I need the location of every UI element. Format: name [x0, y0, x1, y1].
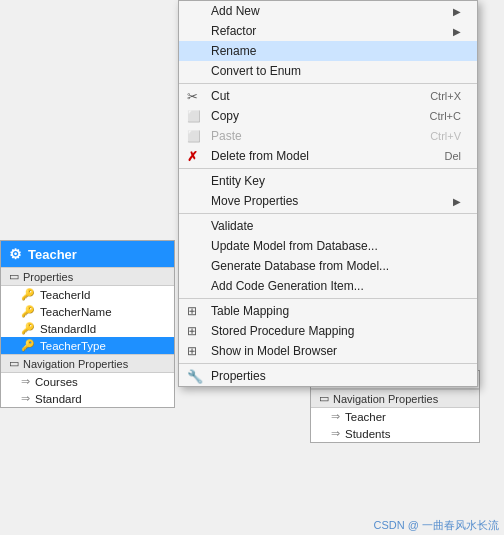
- menu-stored-proc[interactable]: ⊞ Stored Procedure Mapping: [179, 321, 477, 341]
- menu-properties[interactable]: 🔧 Properties: [179, 366, 477, 386]
- collapse-icon: ▭: [9, 357, 19, 370]
- prop-teacher-type[interactable]: 🔑 TeacherType: [1, 337, 174, 354]
- menu-delete-from-model[interactable]: ✗ Delete from Model Del: [179, 146, 477, 166]
- key-icon: 🔑: [21, 305, 35, 318]
- menu-paste[interactable]: ⬜ Paste Ctrl+V: [179, 126, 477, 146]
- menu-convert-to-enum[interactable]: Convert to Enum: [179, 61, 477, 81]
- menu-add-code-gen[interactable]: Add Code Generation Item...: [179, 276, 477, 296]
- key-icon: 🔑: [21, 288, 35, 301]
- cut-icon: ✂: [187, 89, 198, 104]
- context-menu: Add New ▶ Refactor ▶ Rename Convert to E…: [178, 0, 478, 387]
- nav-standard[interactable]: ⇒ Standard: [1, 390, 174, 407]
- menu-cut[interactable]: ✂ Cut Ctrl+X: [179, 86, 477, 106]
- submenu-arrow-icon: ▶: [453, 196, 461, 207]
- watermark: CSDN @ 一曲春风水长流: [374, 518, 499, 533]
- menu-table-mapping[interactable]: ⊞ Table Mapping: [179, 301, 477, 321]
- properties-section-header: ▭ Properties: [1, 267, 174, 286]
- menu-update-model[interactable]: Update Model from Database...: [179, 236, 477, 256]
- nav-icon: ⇒: [331, 427, 340, 440]
- right-nav-section-header: ▭ Navigation Properties: [311, 389, 479, 408]
- teacher-entity-panel: ⚙ Teacher ▭ Properties 🔑 TeacherId 🔑 Tea…: [0, 240, 175, 408]
- nav-icon: ⇒: [21, 392, 30, 405]
- menu-validate[interactable]: Validate: [179, 216, 477, 236]
- prop-teacher-name[interactable]: 🔑 TeacherName: [1, 303, 174, 320]
- right-nav-students[interactable]: ⇒ Students: [311, 425, 479, 442]
- entity-title: Teacher: [28, 247, 77, 262]
- menu-divider: [179, 83, 477, 84]
- copy-icon: ⬜: [187, 110, 201, 123]
- menu-rename[interactable]: Rename: [179, 41, 477, 61]
- menu-divider: [179, 363, 477, 364]
- menu-add-new[interactable]: Add New ▶: [179, 1, 477, 21]
- table-mapping-icon: ⊞: [187, 304, 197, 318]
- entity-header: ⚙ Teacher: [1, 241, 174, 267]
- properties-icon: 🔧: [187, 369, 203, 384]
- menu-show-model-browser[interactable]: ⊞ Show in Model Browser: [179, 341, 477, 361]
- browser-icon: ⊞: [187, 344, 197, 358]
- nav-courses[interactable]: ⇒ Courses: [1, 373, 174, 390]
- entity-icon: ⚙: [9, 246, 22, 262]
- paste-icon: ⬜: [187, 130, 201, 143]
- menu-copy[interactable]: ⬜ Copy Ctrl+C: [179, 106, 477, 126]
- stored-proc-icon: ⊞: [187, 324, 197, 338]
- right-nav-teacher[interactable]: ⇒ Teacher: [311, 408, 479, 425]
- menu-move-properties[interactable]: Move Properties ▶: [179, 191, 477, 211]
- key-icon: 🔑: [21, 322, 35, 335]
- nav-icon: ⇒: [21, 375, 30, 388]
- collapse-icon: ▭: [9, 270, 19, 283]
- menu-divider: [179, 168, 477, 169]
- submenu-arrow-icon: ▶: [453, 26, 461, 37]
- menu-divider: [179, 298, 477, 299]
- menu-generate-database[interactable]: Generate Database from Model...: [179, 256, 477, 276]
- prop-teacher-id[interactable]: 🔑 TeacherId: [1, 286, 174, 303]
- menu-entity-key[interactable]: Entity Key: [179, 171, 477, 191]
- submenu-arrow-icon: ▶: [453, 6, 461, 17]
- menu-refactor[interactable]: Refactor ▶: [179, 21, 477, 41]
- collapse-icon: ▭: [319, 392, 329, 405]
- delete-icon: ✗: [187, 149, 198, 164]
- key-icon: 🔑: [21, 339, 35, 352]
- menu-divider: [179, 213, 477, 214]
- prop-standard-id[interactable]: 🔑 StandardId: [1, 320, 174, 337]
- nav-icon: ⇒: [331, 410, 340, 423]
- nav-properties-section-header: ▭ Navigation Properties: [1, 354, 174, 373]
